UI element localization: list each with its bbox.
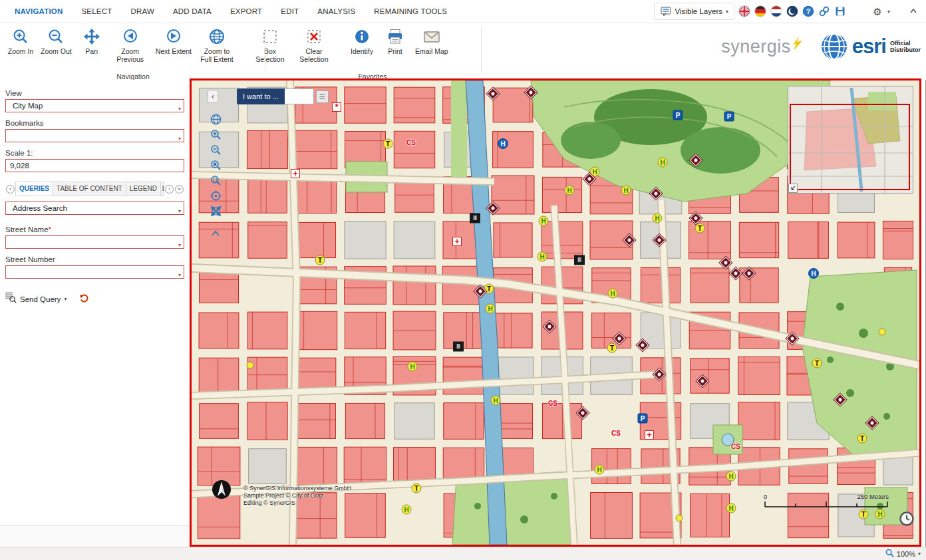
collapse-panel-button[interactable]: ‹ bbox=[208, 90, 218, 103]
map-toolbar bbox=[209, 112, 222, 240]
send-query-button[interactable]: Send Query bbox=[20, 295, 61, 303]
zoom-previous-icon bbox=[122, 27, 139, 45]
center-target-button[interactable] bbox=[209, 189, 222, 202]
button-label: Zoom Out bbox=[41, 47, 72, 55]
zoom-window-button[interactable] bbox=[209, 158, 222, 172]
zoom-previous-button[interactable]: Zoom Previous bbox=[108, 25, 152, 63]
reset-query-icon[interactable] bbox=[79, 293, 90, 306]
map-zoom-out-button[interactable] bbox=[209, 143, 222, 156]
i-want-to-menu-icon[interactable]: ☰ bbox=[316, 90, 329, 103]
send-query-dropdown-icon[interactable]: ▾ bbox=[64, 296, 67, 302]
full-extent-arrows-button[interactable] bbox=[209, 204, 222, 217]
tab-export[interactable]: EXPORT bbox=[221, 0, 271, 23]
i-want-to-button[interactable]: I want to ... bbox=[237, 88, 285, 104]
i-want-to-input[interactable] bbox=[285, 88, 314, 104]
zoom-full-extent-button[interactable]: Zoom to Full Extent bbox=[195, 25, 239, 63]
menu-right-controls: Visible Layers ▾ ? ⚙ ▾ bbox=[654, 3, 926, 20]
scale-label: Scale 1: bbox=[5, 149, 184, 157]
tab-add-data[interactable]: ADD DATA bbox=[164, 0, 221, 23]
zoom-selection-button[interactable] bbox=[209, 174, 222, 187]
link-icon[interactable] bbox=[818, 5, 830, 17]
overview-resize-handle[interactable] bbox=[788, 184, 798, 193]
button-label: Box Selection bbox=[251, 47, 289, 63]
globe-icon bbox=[208, 27, 226, 45]
tabs-scroll-end-button[interactable]: » bbox=[175, 185, 184, 194]
collapse-ribbon-icon[interactable] bbox=[907, 5, 919, 17]
chevron-down-icon: ▾ bbox=[178, 103, 181, 115]
esri-wordmark: esri bbox=[852, 35, 886, 59]
scale-input[interactable] bbox=[5, 159, 184, 172]
zoom-out-button[interactable]: Zoom Out bbox=[37, 25, 75, 55]
synergis-spark-icon bbox=[791, 37, 803, 51]
menu-tabs: NAVIGATION SELECT DRAW ADD DATA EXPORT E… bbox=[0, 0, 456, 23]
visible-layers-icon bbox=[660, 5, 672, 17]
identify-button[interactable]: Identify bbox=[345, 25, 379, 55]
view-select-value: City Map bbox=[13, 102, 43, 110]
tab-analysis[interactable]: ANALYSIS bbox=[308, 0, 365, 23]
map-attribution: © SynerGIS Informationssysteme GmbH Samp… bbox=[243, 485, 351, 507]
sidebar-footer bbox=[0, 525, 190, 547]
clear-selection-icon bbox=[305, 27, 323, 45]
send-query-icon bbox=[5, 292, 17, 306]
tab-table-of-content[interactable]: TABLE OF CONTENT bbox=[53, 182, 126, 196]
dutch-flag-icon[interactable] bbox=[770, 5, 782, 17]
query-type-select[interactable]: Address Search ▾ bbox=[5, 202, 184, 215]
overview-map[interactable] bbox=[788, 86, 913, 194]
view-select[interactable]: City Map ▾ bbox=[5, 99, 184, 112]
next-extent-button[interactable]: Next Extent bbox=[152, 25, 195, 55]
settings-gear-icon[interactable]: ⚙ bbox=[871, 5, 883, 17]
zoom-level-dropdown-icon[interactable]: ▾ bbox=[918, 551, 921, 557]
tab-select[interactable]: SELECT bbox=[73, 0, 122, 23]
esri-distributor-label: Official Distributor bbox=[890, 40, 921, 53]
settings-chevron-down-icon[interactable]: ▾ bbox=[887, 9, 890, 15]
tab-navigation[interactable]: NAVIGATION bbox=[5, 0, 73, 23]
view-label: View bbox=[5, 89, 184, 97]
tab-truncated[interactable]: L bbox=[161, 182, 164, 196]
button-label: Zoom to Full Extent bbox=[198, 47, 235, 63]
uk-flag-icon[interactable] bbox=[738, 5, 750, 17]
identify-info-icon bbox=[353, 27, 371, 45]
status-bar: 100% ▾ bbox=[0, 547, 926, 560]
brand-logos: synergis esri Official Distributor bbox=[721, 33, 921, 61]
next-extent-icon bbox=[165, 27, 182, 45]
zoom-magnifier-icon bbox=[885, 548, 894, 560]
menu-bar: NAVIGATION SELECT DRAW ADD DATA EXPORT E… bbox=[0, 0, 926, 23]
map-viewport[interactable]: *TTTTTTTTTHHHHHHHHHHHHHHHHHHPPP+++ⅢⅢⅢCSC… bbox=[190, 78, 921, 547]
email-map-button[interactable]: Email Map bbox=[412, 25, 452, 55]
visible-layers-dropdown[interactable]: Visible Layers ▾ bbox=[654, 3, 734, 20]
esri-globe-icon bbox=[820, 33, 848, 61]
button-label: Email Map bbox=[415, 47, 448, 55]
chevron-down-icon: ▾ bbox=[178, 133, 181, 145]
bookmarks-select[interactable]: ▾ bbox=[5, 129, 184, 142]
street-name-input[interactable]: ▾ bbox=[5, 235, 184, 249]
tab-edit[interactable]: EDIT bbox=[271, 0, 308, 23]
help-icon[interactable]: ? bbox=[802, 5, 814, 17]
overview-globe-button[interactable] bbox=[209, 112, 222, 126]
print-icon bbox=[386, 27, 404, 45]
tabs-scroll-left-button[interactable]: ‹ bbox=[6, 185, 15, 194]
chevron-down-icon: ▾ bbox=[178, 206, 181, 217]
tabs-scroll-right-button[interactable]: › bbox=[165, 185, 174, 194]
german-flag-icon[interactable] bbox=[754, 5, 766, 17]
night-mode-icon[interactable] bbox=[786, 5, 798, 17]
collapse-map-toolbar-button[interactable] bbox=[209, 227, 222, 240]
save-icon[interactable] bbox=[834, 5, 846, 17]
box-selection-button[interactable]: Box Selection bbox=[248, 25, 292, 63]
zoom-in-button[interactable]: Zoom In bbox=[4, 25, 37, 55]
tab-legend[interactable]: LEGEND bbox=[126, 182, 161, 196]
print-button[interactable]: Print bbox=[379, 25, 412, 55]
tab-draw[interactable]: DRAW bbox=[121, 0, 164, 23]
pan-button[interactable]: Pan bbox=[75, 25, 108, 55]
map-zoom-in-button[interactable] bbox=[209, 128, 222, 141]
chevron-down-icon: ▾ bbox=[726, 9, 728, 15]
clear-selection-button[interactable]: Clear Selection bbox=[292, 25, 336, 63]
overview-extent-rect[interactable] bbox=[790, 104, 910, 190]
tab-queries[interactable]: QUERIES bbox=[15, 182, 53, 196]
tab-remaining-tools[interactable]: REMAINING TOOLS bbox=[365, 0, 456, 23]
zoom-level-control[interactable]: 100% ▾ bbox=[885, 547, 921, 560]
ribbon-separator bbox=[481, 29, 482, 72]
time-slider-button[interactable] bbox=[899, 511, 914, 529]
zoom-in-icon bbox=[12, 27, 29, 45]
street-number-input[interactable]: ▾ bbox=[5, 265, 184, 279]
button-label: Zoom Previous bbox=[112, 47, 149, 63]
